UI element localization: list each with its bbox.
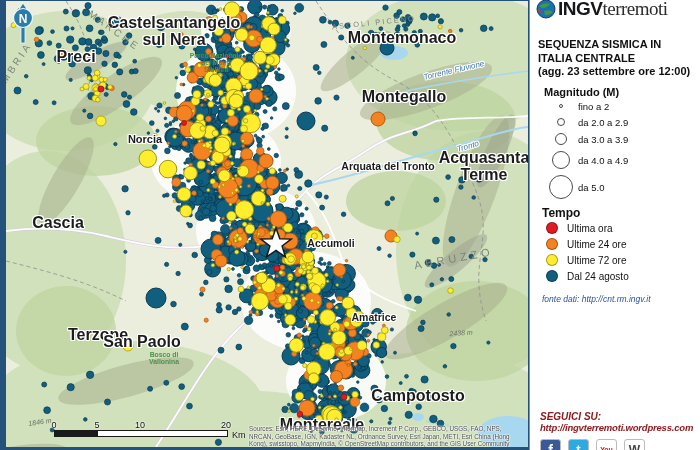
time-item-label: Ultima ora xyxy=(567,223,613,234)
ingv-seismic-map-app: PreciNorciaCasciaCastelsantangelo sul Ne… xyxy=(0,0,700,450)
map-title-line2: ITALIA CENTRALE xyxy=(538,52,690,66)
social-icons-row: ftYouW xyxy=(540,439,645,450)
magnitude-circle-icon xyxy=(552,151,570,169)
scale-segment xyxy=(141,431,227,436)
scale-tick: 5 xyxy=(94,420,99,430)
map-viewport[interactable]: PreciNorciaCasciaCastelsantangelo sul Ne… xyxy=(6,1,528,447)
time-color-dot-icon xyxy=(546,222,558,234)
magnitude-circle-icon xyxy=(557,118,565,126)
epicenter-star-icon xyxy=(6,1,528,447)
twitter-icon[interactable]: t xyxy=(568,439,589,450)
data-source-link[interactable]: fonte dati: http://cnt.rm.ingv.it xyxy=(542,294,651,304)
magnitude-item-label: fino a 2 xyxy=(578,101,609,112)
magnitude-item-label: da 3.0 a 3.9 xyxy=(578,134,628,145)
scale-tick: 0 xyxy=(51,420,56,430)
magnitude-item-label: da 4.0 a 4.9 xyxy=(578,155,628,166)
follow-us-block: SEGUICI SU: http://ingvterremoti.wordpre… xyxy=(540,411,693,433)
follow-us-label: SEGUICI SU: xyxy=(540,411,693,422)
magnitude-circle-icon xyxy=(559,104,563,108)
logo-ingv-text: INGV xyxy=(558,0,602,20)
time-color-dot-icon xyxy=(546,254,558,266)
magnitude-legend: Magnitudo (M) fino a 2da 2.0 a 2.9da 3.0… xyxy=(544,86,696,202)
ingvterremoti-logo: INGVterremoti xyxy=(536,0,668,20)
time-legend-item: Ultime 24 ore xyxy=(542,236,694,252)
magnitude-legend-item: da 2.0 a 2.9 xyxy=(544,114,696,130)
map-title-line1: SEQUENZA SISMICA IN xyxy=(538,38,690,52)
svg-text:N: N xyxy=(19,12,28,26)
scale-tick: 20 xyxy=(221,420,231,430)
time-legend-item: Ultime 72 ore xyxy=(542,252,694,268)
time-color-dot-icon xyxy=(546,238,558,250)
magnitude-legend-title: Magnitudo (M) xyxy=(544,86,696,98)
magnitude-legend-item: da 5.0 xyxy=(544,172,696,202)
scale-tick: 10 xyxy=(135,420,145,430)
follow-us-url[interactable]: http://ingvterremoti.wordpress.com xyxy=(540,422,693,433)
time-item-label: Ultime 72 ore xyxy=(567,255,626,266)
map-frame: PreciNorciaCasciaCastelsantangelo sul Ne… xyxy=(0,0,529,450)
time-legend-title: Tempo xyxy=(542,206,694,220)
magnitude-item-label: da 5.0 xyxy=(578,182,604,193)
time-legend: Tempo Ultima oraUltime 24 oreUltime 72 o… xyxy=(542,206,694,284)
wordpress-icon[interactable]: W xyxy=(624,439,645,450)
facebook-icon[interactable]: f xyxy=(540,439,561,450)
time-item-label: Ultime 24 ore xyxy=(567,239,626,250)
time-item-label: Dal 24 agosto xyxy=(567,271,629,282)
map-title-line3: (agg. 23 settembre ore 12:00) xyxy=(538,65,690,79)
magnitude-legend-item: fino a 2 xyxy=(544,98,696,114)
magnitude-legend-item: da 3.0 a 3.9 xyxy=(544,130,696,148)
logo-terremoti-text: terremoti xyxy=(602,0,667,20)
time-legend-item: Ultima ora xyxy=(542,220,694,236)
magnitude-circle-icon xyxy=(549,175,573,199)
scale-bar-ticks: 051020 xyxy=(54,420,228,430)
time-legend-items: Ultima oraUltime 24 oreUltime 72 oreDal … xyxy=(542,220,694,284)
youtube-icon[interactable]: You xyxy=(596,439,617,450)
scale-segment xyxy=(98,431,141,436)
north-compass-icon: N xyxy=(10,3,36,45)
magnitude-item-label: da 2.0 a 2.9 xyxy=(578,117,628,128)
scale-bar-bar xyxy=(54,430,228,437)
scale-bar-unit: Km xyxy=(232,430,246,440)
globe-icon xyxy=(536,0,556,19)
magnitude-legend-items: fino a 2da 2.0 a 2.9da 3.0 a 3.9da 4.0 a… xyxy=(544,98,696,202)
map-attribution: Sources: Esri, HERE, DeLorme, Intermap, … xyxy=(249,425,527,447)
map-title: SEQUENZA SISMICA IN ITALIA CENTRALE (agg… xyxy=(538,38,690,79)
time-color-dot-icon xyxy=(546,270,558,282)
time-legend-item: Dal 24 agosto xyxy=(542,268,694,284)
magnitude-legend-item: da 4.0 a 4.9 xyxy=(544,148,696,172)
magnitude-circle-icon xyxy=(555,133,567,145)
scale-segment xyxy=(55,431,98,436)
legend-panel: INGVterremoti SEQUENZA SISMICA IN ITALIA… xyxy=(529,0,700,450)
scale-bar: 051020 Km xyxy=(54,420,228,442)
